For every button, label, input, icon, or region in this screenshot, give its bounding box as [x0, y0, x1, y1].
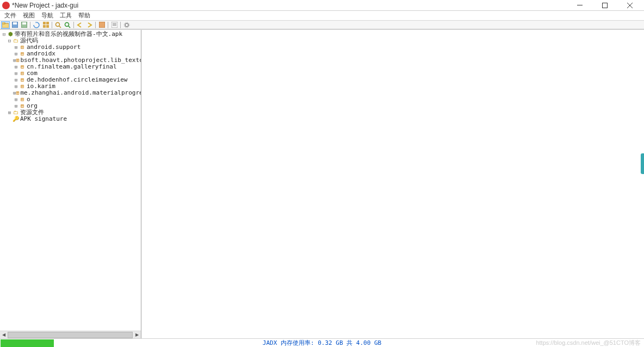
editor-panel [141, 30, 644, 338]
svg-rect-7 [13, 22, 17, 24]
minimize-button[interactable] [572, 1, 587, 10]
tree-h-scrollbar[interactable]: ◀ ▶ [0, 331, 141, 338]
window-title: *New Project - jadx-gui [12, 2, 78, 9]
expand-icon[interactable]: ⊞ [13, 77, 19, 83]
svg-rect-13 [46, 25, 49, 28]
tree-package[interactable]: ⊞⊞android.support [0, 44, 141, 51]
toolbar-separator [108, 22, 108, 28]
svg-rect-18 [99, 22, 105, 28]
titlebar: *New Project - jadx-gui [0, 0, 644, 11]
tree-content[interactable]: ⊟ ⬢ 带有照片和音乐的视频制作器-中文.apk ⊟ 🗀 源代码 ⊞⊞andro… [0, 30, 141, 331]
expand-icon[interactable]: ⊞ [13, 83, 19, 90]
expand-icon[interactable]: ⊟ [1, 31, 7, 38]
sync-button[interactable] [32, 21, 41, 29]
folder-icon: 🗀 [13, 110, 19, 116]
scroll-track[interactable] [8, 332, 133, 338]
menu-view[interactable]: 视图 [21, 11, 37, 20]
expand-icon[interactable]: ⊞ [13, 96, 19, 103]
scroll-thumb[interactable] [8, 332, 133, 338]
toolbar-separator [95, 22, 96, 28]
open-file-button[interactable] [1, 21, 10, 29]
expand-icon[interactable]: ⊞ [13, 103, 19, 109]
tree-package[interactable]: ⊞⊞o [0, 96, 141, 103]
close-button[interactable] [622, 1, 637, 10]
right-dock-handle[interactable] [641, 153, 644, 174]
package-icon: ⊞ [19, 77, 26, 83]
svg-rect-12 [43, 25, 46, 28]
package-icon: ⊞ [19, 84, 26, 90]
save-all-button[interactable] [10, 21, 19, 29]
settings-button[interactable] [122, 21, 131, 29]
tree-package[interactable]: ⊞⊞cn.finalteam.galleryfinal [0, 64, 141, 70]
forward-button[interactable] [85, 21, 94, 29]
svg-line-17 [69, 26, 70, 28]
menubar: 文件 视图 导航 工具 帮助 [0, 11, 644, 21]
expand-icon[interactable]: ⊞ [13, 70, 19, 77]
watermark: https://blog.csdn.net/wei_@51CTO博客 [536, 339, 641, 347]
expand-icon[interactable]: ⊞ [13, 64, 19, 70]
scroll-left-button[interactable]: ◀ [0, 332, 8, 338]
toolbar-separator [52, 22, 52, 28]
expand-icon[interactable]: ⊞ [13, 44, 19, 51]
toolbar-separator [120, 22, 121, 28]
tree-package[interactable]: ⊞⊞me.zhanghai.android.materialprogressba… [0, 90, 141, 96]
tree-panel: ⊟ ⬢ 带有照片和音乐的视频制作器-中文.apk ⊟ 🗀 源代码 ⊞⊞andro… [0, 30, 141, 338]
window-controls [572, 1, 642, 10]
svg-line-15 [59, 26, 61, 28]
svg-rect-9 [22, 22, 26, 24]
svg-rect-5 [2, 22, 5, 24]
menu-tools[interactable]: 工具 [58, 11, 74, 20]
folder-icon: 🗀 [13, 38, 19, 44]
flat-pkg-button[interactable] [41, 21, 50, 29]
package-icon: ⊞ [16, 58, 19, 64]
find-class-button[interactable] [63, 21, 72, 29]
expand-icon[interactable]: ⊞ [7, 109, 13, 116]
tree-signature[interactable]: 🔑 APK signature [0, 116, 141, 122]
svg-point-23 [125, 23, 128, 27]
package-icon: ⊞ [19, 45, 26, 51]
log-button[interactable] [110, 21, 119, 29]
svg-rect-11 [46, 22, 49, 24]
scroll-right-button[interactable]: ▶ [133, 332, 141, 338]
toolbar-separator [30, 22, 30, 28]
search-button[interactable] [54, 21, 63, 29]
toolbar [0, 21, 644, 29]
statusbar: JADX 内存使用率: 0.32 GB 共 4.00 GB https://bl… [0, 338, 644, 347]
package-icon: ⊞ [19, 64, 26, 70]
package-icon: ⊞ [19, 51, 26, 57]
menu-file[interactable]: 文件 [2, 11, 18, 20]
svg-rect-1 [603, 3, 608, 8]
svg-rect-0 [577, 5, 583, 5]
maximize-button[interactable] [597, 1, 612, 10]
apk-icon: ⬢ [7, 32, 14, 38]
tree-package-label: me.zhanghai.android.materialprogressbar [20, 90, 141, 96]
tree-package-label: cn.finalteam.galleryfinal [27, 64, 117, 70]
toolbar-separator [73, 22, 74, 28]
package-icon: ⊞ [19, 71, 26, 77]
svg-point-14 [56, 22, 60, 26]
tree-signature-label: APK signature [20, 116, 67, 122]
svg-point-16 [65, 22, 69, 26]
tree-package[interactable]: ⊞⊞de.hdodenhof.circleimageview [0, 77, 141, 83]
svg-rect-10 [43, 22, 46, 24]
package-icon: ⊞ [19, 97, 26, 103]
export-button[interactable] [20, 21, 28, 29]
deobf-button[interactable] [97, 21, 106, 29]
expand-icon[interactable]: ⊟ [7, 38, 13, 44]
menu-help[interactable]: 帮助 [76, 11, 92, 20]
key-icon: 🔑 [13, 116, 19, 122]
progress-bar [1, 339, 54, 347]
package-icon: ⊞ [19, 103, 26, 109]
menu-nav[interactable]: 导航 [39, 11, 55, 20]
memory-status: JADX 内存使用率: 0.32 GB 共 4.00 GB [263, 339, 381, 347]
app-icon [2, 2, 10, 9]
package-icon: ⊞ [16, 90, 19, 96]
back-button[interactable] [76, 21, 84, 29]
expand-icon[interactable]: ⊞ [13, 51, 19, 57]
main-area: ⊟ ⬢ 带有照片和音乐的视频制作器-中文.apk ⊟ 🗀 源代码 ⊞⊞andro… [0, 29, 644, 338]
